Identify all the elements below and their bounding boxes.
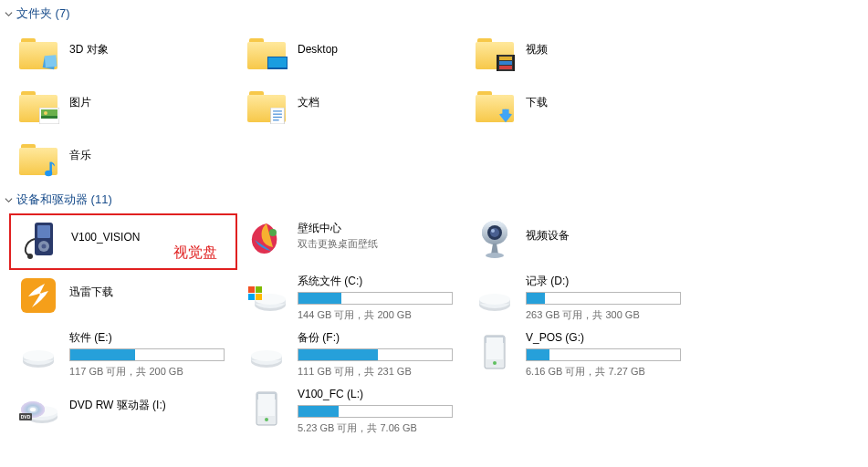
svg-rect-39 [248,294,255,300]
svg-point-24 [27,254,33,259]
devices-grid: V100_VISION 视觉盘 壁纸中心 双击更换桌面壁纸 视频设备 迅雷下载 … [0,213,868,440]
section-title: 设备和驱动器 (11) [16,192,112,208]
svg-rect-3 [268,57,287,67]
drive-status: 111 GB 可用，共 231 GB [298,365,458,379]
device-wallpaper-center[interactable]: 壁纸中心 双击更换桌面壁纸 [237,213,465,270]
folder-label: 图片 [69,95,230,109]
folder-downloads[interactable]: 下载 [465,80,694,133]
folder-videos[interactable]: 视频 [465,27,694,80]
folder-icon [245,84,288,128]
chevron-down-icon [4,195,13,204]
drive-external-icon [473,330,517,374]
svg-point-62 [30,408,36,411]
folder-pictures[interactable]: 图片 [9,80,237,133]
drive-label: V100_FC (L:) [298,387,458,401]
dvd-drive-icon: DVD [16,387,60,431]
drive-status: 263 GB 可用，共 300 GB [526,308,686,322]
drive-e[interactable]: 软件 (E:) 117 GB 可用，共 200 GB [9,327,237,383]
drive-icon [16,330,60,374]
capacity-bar [298,348,453,361]
svg-rect-5 [499,57,512,60]
svg-point-29 [490,228,499,237]
folder-label: 视频 [526,42,686,57]
folder-icon [473,84,517,128]
drive-label: 记录 (D:) [526,274,686,288]
drive-label: 软件 (E:) [69,330,230,345]
drive-f[interactable]: 备份 (F:) 111 GB 可用，共 231 GB [237,327,465,383]
device-v100-vision[interactable]: V100_VISION 视觉盘 [9,213,237,270]
capacity-fill [527,293,545,304]
folders-grid: 3D 对象 Desktop 视频 图片 [0,27,868,186]
section-header-devices[interactable]: 设备和驱动器 (11) [0,186,868,213]
section-title: 文件夹 (7) [16,5,70,22]
drive-icon [473,274,517,317]
svg-rect-9 [513,55,515,71]
capacity-fill [298,349,378,360]
folder-icon [16,31,60,75]
svg-point-48 [23,350,54,361]
drive-label: 系统文件 (C:) [298,274,458,288]
drive-status: 6.16 GB 可用，共 7.27 GB [526,365,686,379]
drive-label: V_POS (G:) [526,330,686,345]
section-header-folders[interactable]: 文件夹 (7) [0,0,868,27]
device-video-device[interactable]: 视频设备 [465,213,694,270]
folder-music[interactable]: 音乐 [9,133,237,186]
drive-external-icon [245,387,288,431]
svg-rect-38 [256,286,262,293]
folder-3d-objects[interactable]: 3D 对象 [9,27,237,80]
svg-rect-56 [486,337,503,359]
drive-g[interactable]: V_POS (G:) 6.16 GB 可用，共 7.27 GB [465,327,694,383]
device-dvd[interactable]: DVD DVD RW 驱动器 (I:) [9,383,237,440]
svg-rect-8 [497,55,498,71]
folder-label: 3D 对象 [69,42,230,57]
svg-point-67 [265,418,268,421]
drive-icon [245,330,288,374]
svg-rect-6 [499,61,512,65]
folder-label: 下载 [526,95,686,109]
device-label: DVD RW 驱动器 (I:) [69,398,230,412]
folder-label: Desktop [298,42,458,57]
svg-point-19 [45,171,52,177]
capacity-fill [70,349,135,360]
capacity-bar [69,348,225,361]
svg-text:DVD: DVD [21,414,31,420]
chevron-down-icon [4,9,13,18]
folder-icon [473,31,517,75]
svg-point-52 [251,350,282,361]
svg-point-31 [486,253,504,258]
svg-rect-1 [45,55,58,67]
svg-point-12 [44,111,47,115]
capacity-fill [298,293,341,304]
capacity-fill [527,349,549,360]
drive-status: 117 GB 可用，共 200 GB [69,365,230,379]
device-label: 迅雷下载 [69,285,230,299]
device-label: V100_VISION [71,230,228,244]
folder-label: 文档 [298,95,458,109]
svg-rect-40 [256,294,262,300]
svg-point-23 [42,244,47,249]
capacity-bar [298,292,453,305]
drive-l[interactable]: V100_FC (L:) 5.23 GB 可用，共 7.06 GB [237,383,465,440]
device-sublabel: 双击更换桌面壁纸 [298,237,458,251]
svg-rect-17 [273,117,282,118]
svg-point-30 [491,229,495,233]
drive-status: 144 GB 可用，共 200 GB [298,308,458,322]
drive-d[interactable]: 记录 (D:) 263 GB 可用，共 300 GB [465,270,694,327]
folder-icon [16,84,60,128]
folder-icon [245,31,288,75]
xunlei-icon [16,274,60,317]
folder-desktop[interactable]: Desktop [237,27,465,80]
annotation-label: 视觉盘 [173,244,217,263]
svg-rect-32 [21,278,56,313]
drive-c[interactable]: 系统文件 (C:) 144 GB 可用，共 200 GB [237,270,465,327]
svg-point-55 [493,361,497,365]
svg-rect-16 [273,114,282,115]
device-xunlei[interactable]: 迅雷下载 [9,270,237,327]
svg-rect-15 [273,110,282,111]
folder-icon [16,137,60,181]
folder-label: 音乐 [69,148,230,162]
drive-status: 5.23 GB 可用，共 7.06 GB [298,421,458,435]
folder-documents[interactable]: 文档 [237,80,465,133]
drive-label: 备份 (F:) [298,330,458,345]
media-player-icon [18,219,62,263]
